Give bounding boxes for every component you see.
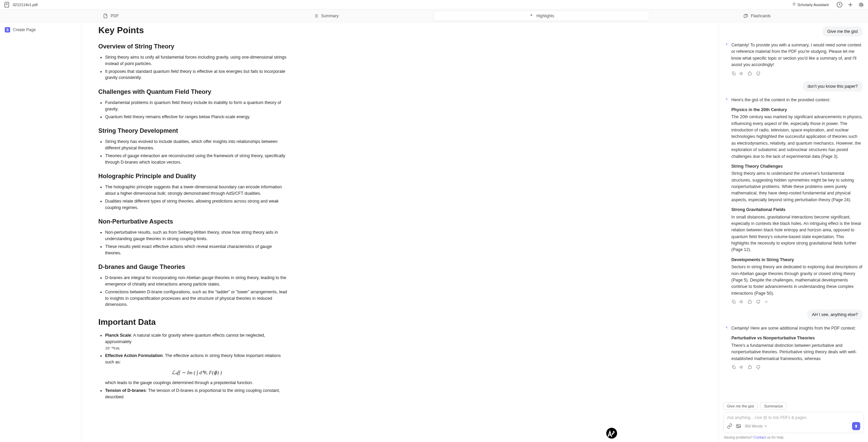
svg-rect-13	[744, 15, 747, 17]
section-list: String theory aims to unify all fundamen…	[98, 54, 288, 81]
copy-icon[interactable]	[731, 365, 736, 370]
document-icon[interactable]	[3, 1, 10, 8]
chat-input[interactable]	[727, 415, 860, 420]
ai-section-body: There's a fundamental distinction betwee…	[731, 342, 863, 362]
settings-icon[interactable]	[858, 1, 865, 8]
speaker-icon[interactable]	[739, 299, 744, 304]
assistant-label: Scholarly Assistant	[797, 3, 829, 7]
create-badge-icon: S	[5, 27, 10, 33]
thumbs-down-icon[interactable]	[756, 299, 761, 304]
list-item: Non-perturbative results, such as from S…	[105, 229, 288, 242]
ai-content: Here's the gist of the content in the pr…	[731, 97, 863, 304]
help-line: Having problems? Contact us for help.	[723, 433, 864, 441]
section-heading: Holographic Principle and Duality	[98, 173, 288, 180]
thumbs-down-icon[interactable]	[756, 71, 761, 76]
copy-icon[interactable]	[731, 299, 736, 304]
section-heading: Challenges with Quantum Field Theory	[98, 88, 288, 96]
contact-link[interactable]: Contact	[754, 435, 766, 439]
content-area: Key Points Overview of String TheoryStri…	[81, 22, 719, 442]
list-item: Theories of gauge interaction are recons…	[105, 153, 288, 166]
chip-summarize[interactable]: Summarize	[760, 402, 787, 410]
section-heading: String Theory Development	[98, 127, 288, 134]
tab-label: Summary	[321, 14, 338, 18]
svg-point-21	[737, 425, 738, 426]
message-actions	[731, 365, 863, 370]
ai-section-body: In small distances, gravitational intera…	[731, 214, 863, 253]
section-heading: D-branes and Gauge Theories	[98, 264, 288, 271]
chip-gist[interactable]: Give me the gist	[723, 402, 757, 410]
tab-label: Highlights	[536, 14, 554, 18]
svg-marker-19	[740, 366, 742, 369]
ai-message: Certainly! Here are some additional insi…	[725, 325, 863, 370]
thumbs-up-icon[interactable]	[748, 365, 752, 370]
speaker-icon[interactable]	[739, 365, 744, 370]
svg-point-6	[861, 4, 862, 5]
create-page-button[interactable]: S Create Page	[3, 26, 78, 34]
list-item: D-branes are integral for incorporating …	[105, 275, 288, 288]
section-heading: Overview of String Theory	[98, 43, 288, 50]
section-list: Non-perturbative results, such as from S…	[98, 229, 288, 256]
page-title: Key Points	[98, 25, 288, 36]
user-message: don't you know this paper?	[803, 81, 863, 91]
thumbs-up-icon[interactable]	[748, 71, 752, 76]
tab-flashcards[interactable]: Flashcards	[650, 11, 865, 21]
list-item: Fundamental problems in quantum field th…	[105, 100, 288, 112]
section-list: Fundamental problems in quantum field th…	[98, 100, 288, 120]
file-icon	[103, 14, 108, 18]
svg-marker-17	[740, 300, 742, 303]
list-item: The holographic principle suggests that …	[105, 184, 288, 197]
tab-summary[interactable]: Summary	[219, 11, 434, 21]
speaker-icon[interactable]	[739, 71, 744, 76]
send-button[interactable]	[852, 422, 860, 430]
filename: 0212114v1.pdf	[13, 3, 38, 7]
list-item: Effective Action Formulation: The effect…	[105, 353, 288, 386]
message-actions	[731, 71, 863, 76]
image-icon[interactable]	[736, 423, 741, 429]
ai-section-title: Strong Gravitational Fields	[731, 207, 863, 213]
list-item: String theory aims to unify all fundamen…	[105, 54, 288, 67]
ai-section-title: Developments in String Theory	[731, 257, 863, 263]
chevron-down-icon[interactable]	[764, 299, 769, 304]
pin-icon[interactable]	[791, 1, 797, 8]
ai-section-body: Sectors in string theory are dedicated t…	[731, 264, 863, 297]
svg-rect-14	[733, 73, 735, 75]
chat-input-box: 350 Words	[723, 412, 864, 433]
user-message: Give me the gist	[823, 26, 863, 37]
important-list: Planck Scale: A natural scale for gravit…	[98, 332, 288, 400]
ai-section-title: Perturbative vs Nonperturbative Theories	[731, 335, 863, 341]
thumbs-down-icon[interactable]	[756, 365, 761, 370]
chat-panel: Give me the gistCertainly! To provide yo…	[719, 22, 868, 442]
link-icon[interactable]	[727, 423, 732, 429]
create-page-label: Create Page	[13, 27, 36, 32]
section-list: String theory has evolved to include dua…	[98, 139, 288, 165]
topbar: 0212114v1.pdf Scholarly Assistant	[0, 0, 868, 9]
tab-pdf[interactable]: PDF	[3, 11, 219, 21]
cards-icon	[743, 14, 748, 18]
sparkle-icon	[725, 326, 729, 370]
copy-icon[interactable]	[731, 71, 736, 76]
user-message: AH I see, anything else?	[807, 310, 863, 320]
tab-highlights[interactable]: Highlights	[434, 11, 650, 21]
ai-content: Certainly! To provide you with a summary…	[731, 42, 863, 76]
fab-button[interactable]	[606, 428, 617, 439]
list-item: Dualities relate different types of stri…	[105, 198, 288, 211]
list-item: String theory has evolved to include dua…	[105, 139, 288, 151]
ai-section-body: The 20th century was marked by significa…	[731, 114, 863, 160]
list-item: Quantum field theory remains effective f…	[105, 114, 288, 120]
important-heading: Important Data	[98, 317, 288, 327]
ai-section-body: String theory aims to understand the uni…	[731, 170, 863, 203]
svg-rect-18	[733, 366, 735, 369]
thumbs-up-icon[interactable]	[748, 299, 752, 304]
sparkle-icon	[725, 98, 729, 304]
plus-icon[interactable]	[847, 1, 854, 8]
tabs-row: PDF Summary Highlights Flashcards	[0, 9, 868, 22]
list-item: Connections between D-brane configuratio…	[105, 289, 288, 308]
section-list: The holographic principle suggests that …	[98, 184, 288, 211]
word-count[interactable]: 350 Words	[745, 424, 767, 428]
history-icon[interactable]	[836, 1, 843, 8]
svg-rect-16	[733, 301, 735, 303]
list-item: Tension of D-branes: The tension of D-br…	[105, 387, 288, 400]
svg-marker-15	[740, 72, 742, 75]
ai-section-title: Physics in the 20th Century	[731, 107, 863, 113]
ai-section-title: String Theory Challenges	[731, 163, 863, 170]
